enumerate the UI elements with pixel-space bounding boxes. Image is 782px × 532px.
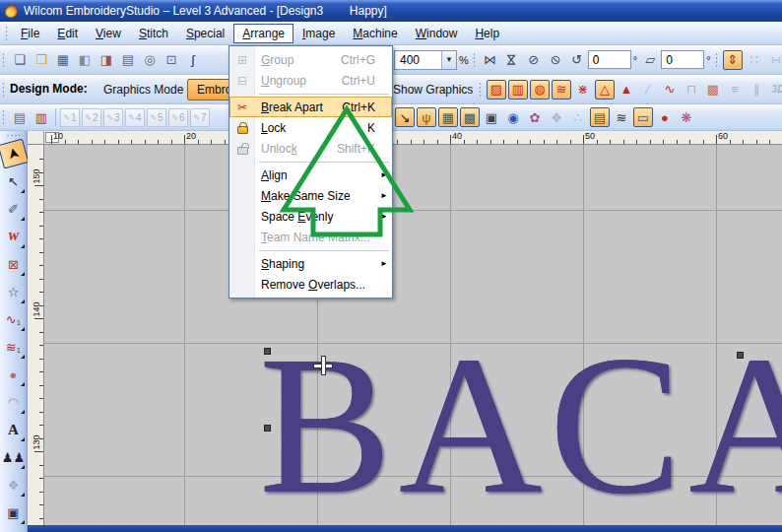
border-shape-tool[interactable]: ▣: [1, 499, 26, 525]
contour-fill-icon[interactable]: △: [595, 80, 615, 100]
object-properties-icon[interactable]: ▭: [633, 107, 653, 127]
rotate-ccw-45-icon[interactable]: ⊘: [524, 50, 544, 70]
chevron-down-icon[interactable]: ▼: [441, 51, 456, 69]
needle-4-button[interactable]: ✎4: [125, 108, 145, 127]
graphics-mode-button[interactable]: Graphics Mode: [95, 79, 192, 100]
curved-fill-icon[interactable]: ≋: [552, 80, 571, 100]
reshape-object-tool[interactable]: ↖: [1, 168, 26, 194]
selection-handle[interactable]: [264, 348, 271, 355]
menu-item-align[interactable]: Align►: [229, 165, 392, 185]
rotate-angle-input[interactable]: 0: [588, 50, 631, 69]
needle-7-button[interactable]: ✎7: [190, 108, 210, 127]
digitize-block-tool[interactable]: ⊠: [1, 251, 26, 277]
team-names-tool[interactable]: ♟♟: [1, 444, 26, 470]
star-shape-tool[interactable]: ☆: [1, 279, 26, 304]
freehand-draw-tool[interactable]: ✐: [1, 196, 26, 222]
motif-fill-icon[interactable]: ◍: [530, 80, 550, 100]
show-pictures-icon[interactable]: ▣: [482, 107, 501, 127]
satin-fill-icon[interactable]: ▨: [487, 80, 506, 100]
tatami-fill-icon[interactable]: ▥: [508, 80, 528, 100]
menu-item-make-same-size[interactable]: Make Same Size►: [229, 185, 392, 206]
menu-edit[interactable]: Edit: [48, 24, 87, 43]
stitch-player-icon[interactable]: ʃ: [183, 50, 203, 70]
run-stitch-tool[interactable]: ∿₁: [1, 306, 26, 332]
monogramming-tool[interactable]: ❖: [1, 472, 26, 498]
color-object-list-icon[interactable]: ▤: [590, 107, 610, 127]
parallel-fill-icon[interactable]: ≡: [725, 80, 745, 100]
show-graphics-button[interactable]: Show Graphics: [384, 79, 482, 100]
zoom-combobox[interactable]: 400 ▼: [394, 50, 457, 70]
show-grid-icon[interactable]: ▦: [438, 107, 458, 127]
menu-help[interactable]: Help: [466, 24, 508, 43]
skew-angle-input[interactable]: 0: [661, 50, 704, 69]
hoop-position-icon[interactable]: ⇕: [723, 50, 743, 70]
menu-item-break-apart[interactable]: ✂Break ApartCtrl+K: [229, 97, 392, 117]
menu-arrange[interactable]: Arrange: [233, 24, 293, 43]
triple-run-tool[interactable]: ≋₁: [1, 334, 26, 360]
selection-handle[interactable]: [737, 352, 744, 359]
embroidery-lettering-object[interactable]: BACA: [259, 325, 782, 524]
stitch-density-icon[interactable]: ≋: [612, 107, 631, 127]
thread-chart-icon[interactable]: ✿: [525, 107, 545, 127]
export-machine-file-icon[interactable]: ⊡: [162, 50, 181, 70]
reference-nodes-b-icon[interactable]: ∺: [766, 50, 782, 70]
radial-fill-icon[interactable]: ⋇: [573, 80, 593, 100]
show-hoop-icon[interactable]: ψ: [417, 107, 436, 127]
color-film-icon[interactable]: ▤: [10, 107, 30, 127]
save-design-icon[interactable]: ▦: [53, 50, 73, 70]
menu-item-lock[interactable]: LockK: [229, 117, 392, 138]
birds-eye-view-icon[interactable]: ●: [655, 107, 675, 127]
menu-item-group[interactable]: ⊞GroupCtrl+G: [229, 49, 392, 70]
reference-nodes-a-icon[interactable]: ∷: [745, 50, 764, 70]
zigzag-stitch-icon[interactable]: ∿: [660, 80, 680, 100]
needle-3-button[interactable]: ✎3: [103, 108, 123, 127]
snap-to-grid-icon[interactable]: ▩: [460, 107, 480, 127]
selection-handle[interactable]: [264, 425, 271, 432]
menu-view[interactable]: View: [87, 24, 130, 43]
skew-icon[interactable]: ▱: [640, 50, 660, 70]
new-design-icon[interactable]: ❏: [10, 50, 30, 70]
needle-6-button[interactable]: ✎6: [168, 108, 188, 127]
ring-shape-tool[interactable]: ◠: [1, 389, 26, 415]
lettering-tool[interactable]: A: [1, 417, 26, 442]
square-stitch-icon[interactable]: ⊓: [682, 80, 701, 100]
menu-machine[interactable]: Machine: [344, 24, 406, 43]
hatch-fill-icon[interactable]: ∥: [747, 80, 766, 100]
needle-5-button[interactable]: ✎5: [147, 108, 166, 127]
menu-item-remove-overlaps[interactable]: Remove Overlaps...: [229, 274, 392, 295]
measure-icon[interactable]: ↘: [395, 107, 415, 127]
object-colors-icon[interactable]: ◉: [503, 107, 523, 127]
stitch-file-read-icon[interactable]: ◧: [75, 50, 95, 70]
menu-item-ungroup[interactable]: ⊟UngroupCtrl+U: [229, 70, 392, 91]
menu-item-team-name-matrix[interactable]: Team Name Matrix...: [229, 227, 392, 247]
stitch-points-icon[interactable]: ∴: [568, 107, 588, 127]
mirror-vertical-icon[interactable]: ⋈: [502, 50, 522, 70]
print-preview-icon[interactable]: ◎: [140, 50, 160, 70]
program-split-icon[interactable]: ▩: [703, 80, 723, 100]
menu-item-shaping[interactable]: Shaping►: [229, 253, 392, 274]
open-design-icon[interactable]: ❒: [32, 50, 51, 70]
menu-item-unlock[interactable]: UnlockShift+K: [229, 138, 392, 159]
needle-2-button[interactable]: ✎2: [82, 108, 101, 127]
menu-item-space-evenly[interactable]: Space Evenly►: [229, 206, 392, 227]
needle-1-button[interactable]: ✎1: [60, 108, 80, 127]
lettering-script-tool[interactable]: W: [1, 224, 26, 249]
mirror-horizontal-icon[interactable]: ⋈: [481, 50, 500, 70]
stitch-file-write-icon[interactable]: ◨: [97, 50, 116, 70]
design-canvas[interactable]: BACA: [44, 145, 782, 525]
effect-3d-icon[interactable]: 3D: [768, 80, 782, 100]
print-icon[interactable]: ▤: [118, 50, 138, 70]
fabric-display-icon[interactable]: ❖: [547, 107, 566, 127]
stem-stitch-icon[interactable]: ∕: [638, 80, 658, 100]
thread-colors-film-icon[interactable]: ▥: [32, 107, 51, 127]
menu-file[interactable]: File: [12, 24, 48, 43]
rotate-cw-45-icon[interactable]: ⊘: [546, 50, 565, 70]
complex-fill-tool[interactable]: ●: [1, 362, 26, 387]
overview-window-icon[interactable]: ❋: [677, 107, 696, 127]
menu-window[interactable]: Window: [407, 24, 467, 43]
menu-stitch[interactable]: Stitch: [130, 24, 177, 43]
rotate-free-icon[interactable]: ↺: [567, 50, 587, 70]
spiral-fill-icon[interactable]: ▲: [617, 80, 636, 100]
menu-special[interactable]: Special: [177, 24, 233, 43]
menu-image[interactable]: Image: [293, 24, 344, 43]
